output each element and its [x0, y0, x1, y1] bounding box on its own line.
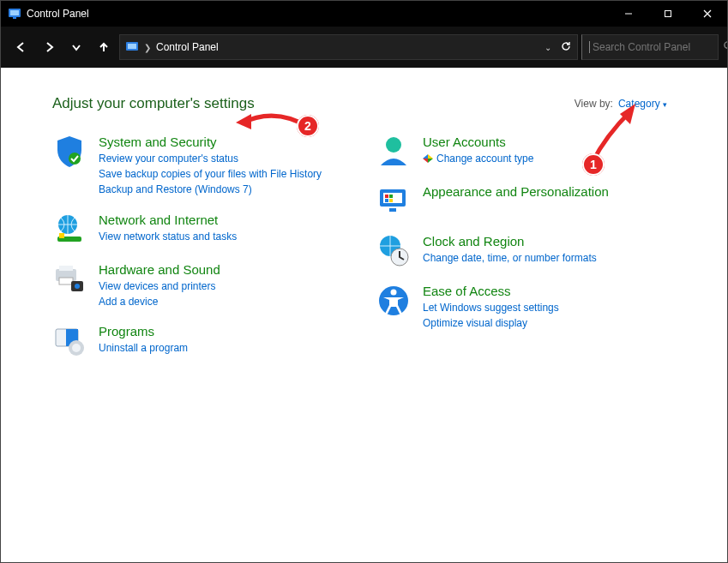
svg-point-9 — [725, 42, 728, 48]
task-link[interactable]: Uninstall a program — [99, 341, 188, 355]
svg-point-37 — [391, 290, 397, 296]
category-appearance: Appearance and Personalization — [376, 184, 675, 219]
user-icon — [376, 135, 411, 169]
task-link[interactable]: Optimize visual display — [423, 316, 559, 330]
shield-icon — [52, 135, 87, 169]
task-link[interactable]: Change date, time, or number formats — [423, 251, 597, 265]
task-link[interactable]: Backup and Restore (Windows 7) — [99, 183, 322, 196]
task-link[interactable]: Add a device — [99, 295, 220, 308]
annotation-badge-1: 1 — [582, 153, 605, 176]
category-link-appearance[interactable]: Appearance and Personalization — [423, 184, 609, 200]
address-bar[interactable]: ❯ Control Panel ⌄ — [119, 34, 578, 60]
svg-rect-31 — [385, 199, 388, 202]
category-column-right: User Accounts Change account type Appear… — [376, 135, 675, 358]
forward-button[interactable] — [37, 35, 61, 59]
window-title: Control Panel — [27, 8, 89, 20]
task-link[interactable]: View network status and tasks — [99, 230, 237, 243]
chevron-down-icon: ▾ — [663, 100, 667, 109]
svg-rect-1 — [10, 10, 19, 15]
svg-point-26 — [386, 137, 401, 153]
svg-point-21 — [75, 284, 80, 289]
svg-rect-32 — [389, 199, 393, 202]
refresh-button[interactable] — [560, 40, 572, 55]
chevron-right-icon: ❯ — [144, 43, 151, 52]
svg-rect-4 — [665, 11, 671, 17]
search-box[interactable] — [581, 34, 719, 60]
globe-network-icon — [52, 213, 87, 247]
svg-rect-29 — [385, 195, 388, 198]
category-link-hardware-sound[interactable]: Hardware and Sound — [99, 262, 220, 278]
task-link[interactable]: Save backup copies of your files with Fi… — [99, 167, 322, 181]
address-dropdown-button[interactable]: ⌄ — [544, 43, 551, 52]
clock-globe-icon — [376, 234, 411, 268]
task-link[interactable]: View devices and printers — [99, 279, 220, 293]
category-clock-region: Clock and Region Change date, time, or n… — [376, 234, 675, 268]
category-network-internet: Network and Internet View network status… — [52, 213, 351, 247]
view-by-dropdown[interactable]: Category ▾ — [618, 98, 667, 110]
view-by-label: View by: — [575, 98, 613, 110]
printer-camera-icon — [52, 262, 87, 296]
category-system-security: System and Security Review your computer… — [52, 135, 351, 197]
close-button[interactable] — [688, 1, 727, 27]
recent-locations-button[interactable] — [64, 35, 88, 59]
control-panel-crumb-icon — [125, 40, 139, 54]
up-button[interactable] — [92, 35, 116, 59]
svg-rect-18 — [59, 266, 73, 271]
accessibility-icon — [376, 284, 411, 318]
maximize-button[interactable] — [648, 1, 688, 27]
view-by-control: View by: Category ▾ — [575, 98, 667, 110]
task-link-shielded[interactable]: Change account type — [423, 152, 533, 165]
category-ease-of-access: Ease of Access Let Windows suggest setti… — [376, 284, 675, 330]
toolbar: ❯ Control Panel ⌄ — [1, 27, 727, 68]
svg-rect-16 — [59, 233, 64, 238]
svg-rect-8 — [128, 44, 136, 49]
svg-rect-30 — [389, 195, 393, 198]
category-column-left: System and Security Review your computer… — [52, 135, 351, 358]
category-link-user-accounts[interactable]: User Accounts — [423, 135, 533, 150]
category-hardware-sound: Hardware and Sound View devices and prin… — [52, 262, 351, 308]
category-link-clock-region[interactable]: Clock and Region — [423, 234, 597, 249]
category-link-ease-of-access[interactable]: Ease of Access — [423, 284, 559, 299]
titlebar: Control Panel — [1, 1, 727, 27]
minimize-button[interactable] — [609, 1, 648, 27]
window-controls — [609, 1, 727, 27]
annotation-badge-2: 2 — [297, 115, 319, 137]
category-link-system-security[interactable]: System and Security — [99, 135, 322, 150]
category-programs: Programs Uninstall a program — [52, 324, 351, 358]
category-link-programs[interactable]: Programs — [99, 324, 188, 339]
search-input[interactable] — [589, 40, 723, 54]
page-title: Adjust your computer's settings — [52, 95, 255, 112]
svg-rect-19 — [59, 278, 73, 284]
programs-icon — [52, 324, 87, 358]
back-button[interactable] — [9, 35, 33, 59]
text-caret — [589, 41, 590, 53]
svg-rect-2 — [13, 17, 16, 19]
task-link[interactable]: Review your computer's status — [99, 152, 322, 165]
category-link-network-internet[interactable]: Network and Internet — [99, 213, 237, 228]
control-panel-icon — [8, 7, 21, 21]
category-user-accounts: User Accounts Change account type — [376, 135, 675, 169]
search-icon[interactable] — [723, 40, 728, 54]
monitor-icon — [376, 184, 411, 219]
content-area: 2 1 Adjust your computer's settings View… — [1, 68, 727, 563]
breadcrumb[interactable]: Control Panel — [156, 41, 219, 53]
task-link[interactable]: Let Windows suggest settings — [423, 301, 559, 314]
svg-rect-33 — [389, 208, 396, 212]
svg-point-13 — [69, 153, 81, 165]
svg-point-25 — [72, 344, 81, 352]
